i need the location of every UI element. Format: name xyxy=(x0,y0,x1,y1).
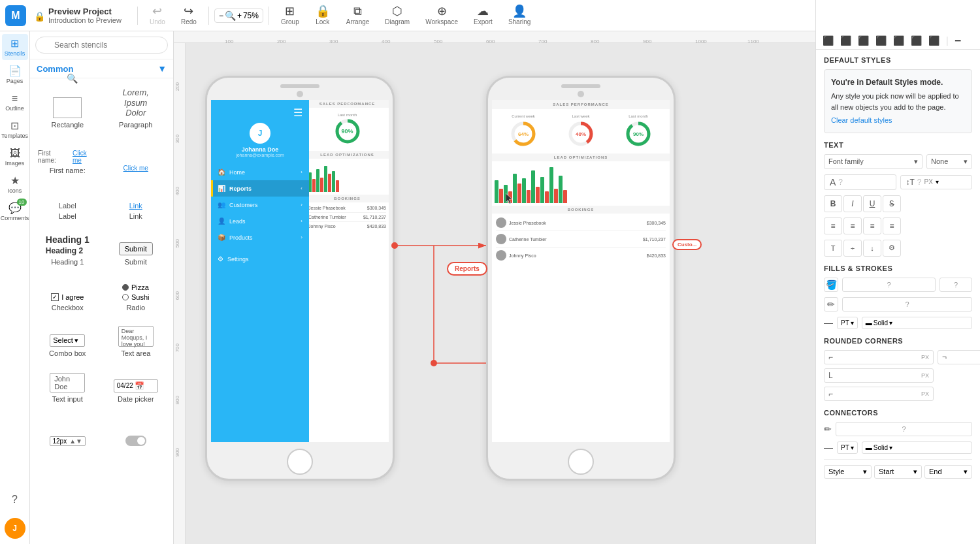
stencil-item-textinput[interactable]: John Doe Text input xyxy=(35,365,100,407)
sidebar-nav-customers[interactable]: 👥 Customers › xyxy=(211,197,309,213)
stencil-item-button[interactable]: Submit Submit xyxy=(104,228,169,270)
connector-pt-select[interactable]: PT ▾ xyxy=(837,441,858,454)
diagram-button[interactable]: ⬡ Diagram xyxy=(378,3,416,28)
rc-bottom-left[interactable]: L PX xyxy=(824,368,934,383)
text-misc-3[interactable]: ↓ xyxy=(863,240,881,257)
rc-top-right[interactable]: ¬ PX xyxy=(938,350,980,364)
rc-br-input[interactable] xyxy=(836,390,919,397)
phone2-home-button[interactable] xyxy=(568,449,594,475)
phone1-mockup[interactable]: ☰ J Johanna Doe johanna@example.com 🏠 xyxy=(205,76,395,481)
rc-tr-input[interactable] xyxy=(949,353,980,360)
stencil-item-linklabel[interactable]: Link Link xyxy=(104,182,169,224)
rc-tl-input[interactable] xyxy=(836,353,919,360)
sidebar-nav-settings[interactable]: ⚙ Settings xyxy=(211,251,309,267)
stencils-button[interactable]: ⊞ Stencils xyxy=(2,34,28,60)
align-right-btn[interactable]: ⬛ xyxy=(855,34,872,47)
bold-button[interactable]: B xyxy=(824,195,842,212)
export-button[interactable]: ☁ Export xyxy=(467,3,499,28)
stencil-item-paragraph[interactable]: Lorem,IpsumDolor Paragraph xyxy=(104,84,169,133)
stroke-color-input[interactable]: ? xyxy=(842,297,972,312)
stencil-item-label[interactable]: Label Label xyxy=(35,182,100,224)
stencil-item-datepicker[interactable]: 04/22 📅 Date picker xyxy=(104,365,169,407)
start-select[interactable]: Start ▾ xyxy=(874,465,922,479)
align-middle-btn[interactable]: ⬛ xyxy=(890,34,907,47)
hamburger-icon[interactable]: ☰ xyxy=(293,106,302,119)
datepicker-label: Date picker xyxy=(118,395,154,403)
outline-button[interactable]: ≡ Outline xyxy=(2,89,28,115)
align-center-btn[interactable]: ⬛ xyxy=(838,34,854,47)
images-button[interactable]: 🖼 Images xyxy=(2,144,28,170)
font-t-control[interactable]: ↕T ? PX ▾ xyxy=(900,175,973,189)
text-align-justify[interactable]: ≡ xyxy=(883,217,901,234)
phone2-mockup[interactable]: SALES PERFORMANCE Current week xyxy=(486,76,676,481)
search-input[interactable] xyxy=(35,37,168,54)
group-button[interactable]: ⊞ Group xyxy=(274,3,306,28)
text-align-left[interactable]: ≡ xyxy=(824,217,842,234)
font-a-control[interactable]: A ? xyxy=(824,174,896,190)
sidebar-nav-home[interactable]: 🏠 Home › xyxy=(211,164,309,180)
reports-badge[interactable]: Reports xyxy=(447,262,487,276)
text-misc-4[interactable]: ⚙ xyxy=(883,240,901,257)
phone1-home-button[interactable] xyxy=(287,449,313,475)
workspace-button[interactable]: ⊕ Workspace xyxy=(419,3,465,28)
help-button[interactable]: ? xyxy=(2,487,28,513)
sidebar-nav-products[interactable]: 📦 Products › xyxy=(211,229,309,246)
stencil-item-link[interactable]: Click me xyxy=(104,136,169,178)
sidebar-nav-reports[interactable]: 📊 Reports ‹ xyxy=(211,180,309,197)
comments-button[interactable]: 💬 10 Comments xyxy=(2,199,28,225)
stencil-item-radio[interactable]: Pizza Sushi Radio xyxy=(104,274,169,315)
icons-button[interactable]: ★ Icons xyxy=(2,171,28,197)
align-left-btn[interactable]: ⬛ xyxy=(820,34,836,47)
text-misc-2[interactable]: ÷ xyxy=(843,240,862,257)
stroke-style-select[interactable]: ▬ Solid ▾ xyxy=(862,317,972,329)
stroke-color-swatch[interactable]: ✏ xyxy=(824,297,838,312)
fill-color-input[interactable]: ? xyxy=(842,278,936,292)
align-extra-btn[interactable]: ━ xyxy=(953,34,963,47)
sidebar-nav-leads[interactable]: 👤 Leads › xyxy=(211,213,309,229)
connector-color-input[interactable]: ? xyxy=(836,422,972,436)
sharing-button[interactable]: 👤 Sharing xyxy=(502,3,537,28)
stencil-item-stepper[interactable]: 12px ▲▼ xyxy=(35,411,100,453)
stencil-item-textarea[interactable]: Dear Moqups, I love you! Text area xyxy=(104,319,169,361)
align-bottom-btn[interactable]: ⬛ xyxy=(908,34,924,47)
templates-button[interactable]: ⊡ Templates xyxy=(2,116,28,142)
rc-bl-input[interactable] xyxy=(836,372,919,379)
text-misc-1[interactable]: T xyxy=(824,240,842,257)
style-select[interactable]: Style ▾ xyxy=(824,465,872,479)
stencil-collapse-icon[interactable]: ▼ xyxy=(157,63,167,74)
lock-button[interactable]: 🔒 Lock xyxy=(308,3,337,28)
stencil-item-rectangle[interactable]: Rectangle xyxy=(35,84,100,133)
text-align-center[interactable]: ≡ xyxy=(843,217,862,234)
rc-bottom-right[interactable]: ⌐ PX xyxy=(824,387,934,401)
zoom-control[interactable]: − 🔍 + 75% xyxy=(214,8,263,23)
font-size-select[interactable]: None ▾ xyxy=(926,154,972,169)
custom-badge[interactable]: Custo... xyxy=(672,239,702,250)
stencil-item-toggle[interactable] xyxy=(104,411,169,453)
workspace-icon: ⊕ xyxy=(437,5,447,17)
arrange-button[interactable]: ⧉ Arrange xyxy=(340,3,376,28)
stroke-pt-select[interactable]: PT ▾ xyxy=(837,317,858,329)
stroke-style-arrow: ▾ xyxy=(889,319,892,327)
user-avatar[interactable]: J xyxy=(5,518,25,539)
align-dist-h-btn[interactable]: ⬛ xyxy=(926,34,942,47)
connector-style-select[interactable]: ▬ Solid ▾ xyxy=(862,441,972,454)
fill-color-swatch[interactable]: 🪣 xyxy=(824,278,838,292)
align-top-btn[interactable]: ⬛ xyxy=(873,34,889,47)
strikethrough-button[interactable]: S̶ xyxy=(883,195,901,212)
clear-default-styles-link[interactable]: Clear default styles xyxy=(831,115,965,126)
undo-button[interactable]: ↩ Undo xyxy=(143,3,172,28)
italic-button[interactable]: I xyxy=(843,195,862,212)
stencil-item-headings[interactable]: Heading 1 Heading 2 Heading 1 xyxy=(35,228,100,270)
rc-top-left[interactable]: ⌐ PX xyxy=(824,350,934,364)
redo-button[interactable]: ↪ Redo xyxy=(174,3,203,28)
font-family-select[interactable]: Font family ▾ xyxy=(824,154,923,169)
bar-chart-p1 xyxy=(306,159,389,195)
pages-button[interactable]: 📄 Pages xyxy=(2,61,28,88)
text-align-right[interactable]: ≡ xyxy=(863,217,881,234)
end-select[interactable]: End ▾ xyxy=(924,465,972,479)
fill-opacity-input[interactable]: ? xyxy=(939,278,972,292)
stencil-item-firstname[interactable]: First name: Click me First name: xyxy=(35,136,100,178)
underline-button[interactable]: U xyxy=(863,195,881,212)
stencil-item-checkbox[interactable]: ✓ I agree Checkbox xyxy=(35,274,100,315)
stencil-item-combobox[interactable]: Select ▾ Combo box xyxy=(35,319,100,361)
